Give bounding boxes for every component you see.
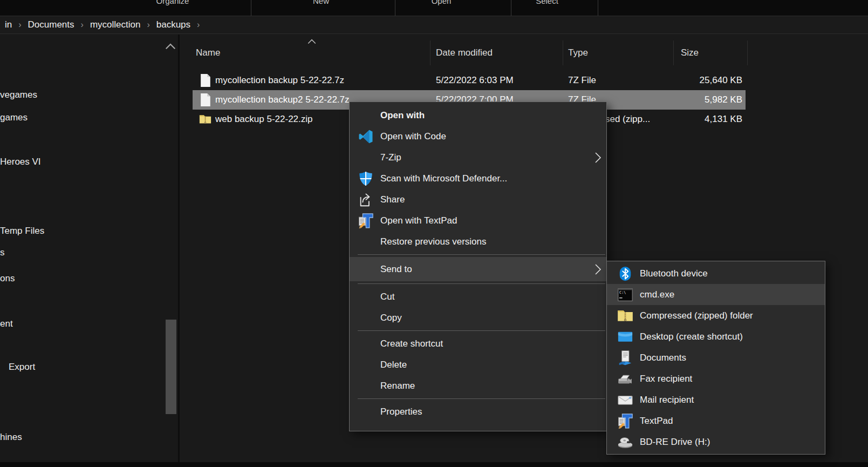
column-header-size[interactable]: Size — [681, 40, 699, 65]
breadcrumb-item-mycollection[interactable]: mycollection — [86, 19, 145, 30]
defender-shield-icon — [358, 171, 374, 187]
menu-item-label: Compressed (zipped) folder — [640, 310, 753, 321]
breadcrumb: in›Documents›mycollection›backups› — [0, 16, 868, 34]
breadcrumb-item-backups[interactable]: backups — [153, 19, 194, 30]
column-header-date-modified[interactable]: Date modified — [436, 40, 493, 65]
menu-item-copy[interactable]: Copy — [350, 307, 606, 328]
menu-item-restore-previous-versions[interactable]: Restore previous versions — [350, 231, 606, 252]
scrollbar-up-icon[interactable] — [165, 42, 176, 50]
menu-item-label: Share — [380, 194, 405, 205]
ribbon-separator — [598, 0, 598, 16]
menu-item-label: TextPad — [640, 416, 673, 427]
sidebar-item-vegames[interactable]: vegames — [0, 89, 37, 101]
sidebar-item-heroes-vi[interactable]: Heroes VI — [0, 155, 41, 168]
send-to-item-mail-recipient[interactable]: Mail recipient — [607, 389, 825, 410]
context-menu: Open with Open with Code 7-Zip Scan with… — [349, 101, 607, 431]
icon-placeholder — [358, 234, 374, 250]
column-divider — [673, 40, 674, 65]
menu-item-label: Open with TextPad — [380, 215, 457, 226]
send-to-item-textpad[interactable]: TextPad — [607, 410, 825, 431]
ribbon-group-select[interactable]: Select — [536, 0, 558, 5]
file-icon — [199, 93, 211, 107]
send-to-item-cmd-exe[interactable]: C:\ cmd.exe — [607, 284, 825, 305]
ribbon-separator — [251, 0, 251, 16]
file-date-modified: 5/22/2022 6:03 PM — [436, 71, 514, 90]
menu-item-rename[interactable]: Rename — [350, 375, 606, 396]
send-to-item-bd-re-drive-h[interactable]: BD-RE Drive (H:) — [607, 431, 825, 452]
menu-item-open-with-code[interactable]: Open with Code — [350, 126, 606, 147]
send-to-submenu: Bluetooth device C:\ cmd.exe Compressed … — [606, 261, 825, 455]
textpad-icon — [358, 213, 374, 229]
sidebar-item-ent[interactable]: ent — [0, 317, 13, 330]
menu-item-7-zip[interactable]: 7-Zip — [350, 147, 606, 168]
submenu-chevron-icon — [594, 263, 602, 275]
send-to-item-bluetooth-device[interactable]: Bluetooth device — [607, 263, 825, 284]
file-row-mycollection-backup-5-22-22-7z[interactable]: mycollection backup 5-22-22.7z 5/22/2022… — [193, 71, 746, 90]
breadcrumb-chevron-icon[interactable]: › — [194, 20, 202, 30]
menu-item-cut[interactable]: Cut — [350, 286, 606, 307]
sidebar-item-ons[interactable]: ons — [0, 272, 15, 285]
menu-item-label: Open with Code — [380, 131, 446, 142]
send-to-item-desktop-create-shortcut[interactable]: Desktop (create shortcut) — [607, 326, 825, 347]
file-size: 4,131 KB — [705, 110, 742, 129]
file-name: mycollection backup2 5-22-22.7z — [215, 90, 350, 110]
breadcrumb-chevron-icon[interactable]: › — [144, 20, 152, 30]
menu-item-label: Send to — [380, 264, 412, 275]
scrollbar-thumb[interactable] — [166, 320, 176, 414]
cmd-icon: C:\ — [617, 287, 633, 303]
vscode-icon — [358, 128, 374, 145]
menu-separator — [358, 330, 605, 331]
menu-item-properties[interactable]: Properties — [350, 401, 606, 422]
ribbon-group-new[interactable]: New — [313, 0, 329, 5]
icon-placeholder — [358, 107, 374, 124]
send-to-item-documents[interactable]: Documents — [607, 347, 825, 368]
menu-item-label: 7-Zip — [380, 152, 401, 163]
share-icon — [358, 192, 374, 208]
breadcrumb-item-in[interactable]: in — [1, 19, 16, 30]
menu-item-label: Cut — [380, 292, 394, 302]
icon-placeholder — [358, 150, 374, 166]
menu-separator — [358, 398, 605, 399]
menu-item-label: Bluetooth device — [640, 268, 708, 279]
breadcrumb-item-documents[interactable]: Documents — [24, 19, 78, 30]
menu-item-scan-with-microsoft-defender[interactable]: Scan with Microsoft Defender... — [350, 168, 606, 189]
menu-item-open-with-textpad[interactable]: Open with TextPad — [350, 210, 606, 231]
menu-item-create-shortcut[interactable]: Create shortcut — [350, 333, 606, 354]
sidebar-item-s[interactable]: s — [0, 246, 5, 259]
menu-item-label: Open with — [380, 110, 425, 121]
menu-item-send-to[interactable]: Send to — [350, 257, 606, 281]
zip-folder-icon — [617, 308, 633, 324]
menu-item-label: Mail recipient — [640, 395, 694, 405]
menu-item-label: BD-RE Drive (H:) — [640, 437, 710, 448]
sidebar-item-hines[interactable]: hines — [0, 431, 22, 444]
send-to-item-fax-recipient[interactable]: Fax recipient — [607, 368, 825, 389]
documents-icon — [617, 350, 633, 366]
menu-item-delete[interactable]: Delete — [350, 354, 606, 375]
column-divider — [430, 40, 430, 65]
menu-item-label: Copy — [380, 313, 402, 323]
menu-item-share[interactable]: Share — [350, 189, 606, 210]
menu-item-label: Scan with Microsoft Defender... — [380, 173, 507, 184]
menu-item-label: Desktop (create shortcut) — [640, 331, 743, 342]
menu-item-open-with[interactable]: Open with — [350, 105, 606, 126]
desktop-icon — [617, 329, 633, 345]
sidebar-item-export[interactable]: Export — [9, 361, 35, 374]
menu-item-label: Documents — [640, 353, 686, 363]
breadcrumb-chevron-icon[interactable]: › — [78, 20, 86, 30]
menu-item-label: Properties — [380, 407, 422, 417]
column-header-type[interactable]: Type — [568, 40, 588, 65]
navigation-sidebar: vegamesgamesHeroes VITemp FilessonsentEx… — [0, 35, 178, 462]
ribbon-separator — [511, 0, 511, 16]
send-to-item-compressed-zipped-folder[interactable]: Compressed (zipped) folder — [607, 305, 825, 326]
icon-placeholder — [358, 310, 374, 326]
file-name: web backup 5-22-22.zip — [215, 110, 313, 129]
ribbon-group-organize[interactable]: Organize — [156, 0, 189, 5]
sidebar-item-games[interactable]: games — [0, 111, 28, 124]
fax-icon — [617, 371, 633, 387]
sidebar-item-temp-files[interactable]: Temp Files — [0, 225, 44, 238]
breadcrumb-chevron-icon[interactable]: › — [16, 20, 24, 30]
icon-placeholder — [358, 378, 374, 394]
column-header-name[interactable]: Name — [196, 40, 220, 65]
ribbon-group-open[interactable]: Open — [432, 0, 452, 5]
icon-placeholder — [358, 336, 374, 352]
